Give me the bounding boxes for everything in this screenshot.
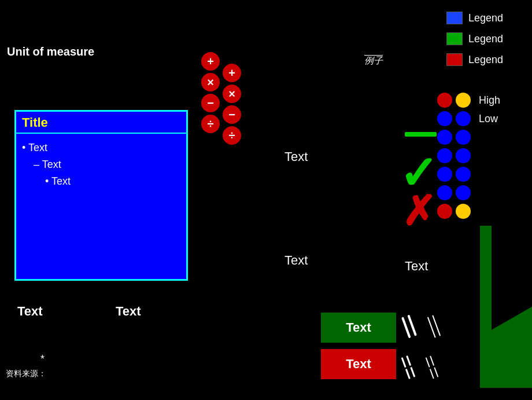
low-label: Low [479, 113, 498, 125]
dbl-line-thin-1 [426, 357, 430, 368]
crossmark-icon: ✗ [402, 191, 436, 232]
dbl-row-2 [405, 367, 415, 379]
dot-blue-5 [437, 148, 452, 163]
red-button[interactable]: Text [321, 349, 396, 379]
blue-box-content: Text Text Text [16, 134, 186, 195]
circles-row-7 [437, 204, 500, 219]
circles-row-5 [437, 167, 500, 182]
legend-item-blue: Legend [446, 12, 503, 24]
center-text-top: Text [285, 149, 308, 164]
dbl-line-2 [406, 355, 411, 366]
bottom-text-left1: Text [17, 304, 43, 319]
footnote-star: * [40, 353, 45, 365]
circles-row-6 [437, 185, 500, 200]
math-operators-col1: + × − ÷ [201, 52, 220, 133]
op-minus-2[interactable]: − [223, 105, 241, 124]
dot-yellow [456, 93, 471, 108]
parallel-symbol-1 [401, 315, 417, 339]
dot-blue-9 [437, 185, 452, 200]
dot-blue-4 [456, 130, 471, 145]
op-multiply[interactable]: × [201, 73, 220, 91]
bottom-text-left2: Text [116, 304, 141, 319]
dbl-row-3 [426, 355, 435, 367]
legend-item-red: Legend [446, 53, 503, 66]
op-plus-2[interactable]: + [223, 64, 241, 82]
dbl-line-1 [401, 357, 407, 368]
green-arrow-large-icon [480, 226, 532, 388]
legend-area: Legend Legend Legend [446, 12, 503, 66]
legend-label-blue: Legend [468, 12, 503, 24]
circles-row-1: High [437, 93, 500, 108]
dot-blue-3 [437, 130, 452, 145]
legend-color-blue [446, 12, 463, 24]
op-divide-2[interactable]: ÷ [223, 126, 241, 145]
svg-rect-2 [480, 226, 492, 353]
high-label: High [479, 94, 500, 107]
legend-color-red [446, 53, 463, 66]
parallel-symbol-2 [427, 315, 441, 337]
op-multiply-2[interactable]: × [223, 85, 241, 103]
dbl-line-4 [410, 367, 415, 377]
blue-content-box: Title Text Text Text [14, 110, 188, 281]
list-item: Text [22, 140, 180, 156]
op-plus[interactable]: + [201, 52, 220, 71]
dbl-line-thin-3 [430, 369, 434, 379]
list-item: Text [22, 156, 180, 173]
dbl-line-3 [405, 369, 411, 379]
blue-box-title: Title [16, 112, 186, 134]
circles-row-4 [437, 148, 500, 163]
dbl-line-thin-2 [430, 355, 434, 366]
circles-row-2: Low [437, 111, 500, 126]
circles-area: High Low [437, 93, 500, 222]
unit-label: Unit of measure [7, 45, 94, 58]
circles-row-3 [437, 130, 500, 145]
parallel-symbols-top [405, 315, 437, 337]
dot-blue-1 [437, 111, 452, 126]
parallel-symbols-bottom [405, 356, 435, 379]
legend-color-green [446, 32, 463, 45]
dot-blue-2 [456, 111, 471, 126]
dot-red-2 [437, 204, 452, 219]
dot-blue-6 [456, 148, 471, 163]
legend-label-red: Legend [468, 54, 503, 66]
legend-label-green: Legend [468, 33, 503, 45]
reizi-label: 例子 [364, 55, 383, 67]
footnote-source: 资料来源： [6, 369, 46, 379]
center-text-bottom: Text [285, 253, 308, 268]
green-dash [405, 132, 437, 137]
dot-blue-10 [456, 185, 471, 200]
dot-blue-8 [456, 167, 471, 182]
dbl-parallel-2 [426, 355, 439, 379]
op-divide[interactable]: ÷ [201, 115, 220, 133]
math-operators-col2: + × − ÷ [223, 64, 241, 145]
right-text: Text [405, 259, 428, 274]
green-button[interactable]: Text [321, 313, 396, 343]
list-item: Text [22, 173, 180, 190]
dot-blue-7 [437, 167, 452, 182]
legend-item-green: Legend [446, 32, 503, 45]
op-minus[interactable]: − [201, 94, 220, 112]
dot-red [437, 93, 452, 108]
dbl-row-4 [430, 367, 439, 379]
dbl-line-thin-4 [434, 367, 438, 377]
dbl-parallel-1 [401, 355, 416, 379]
dot-yellow-2 [456, 204, 471, 219]
dbl-row-1 [401, 355, 411, 368]
